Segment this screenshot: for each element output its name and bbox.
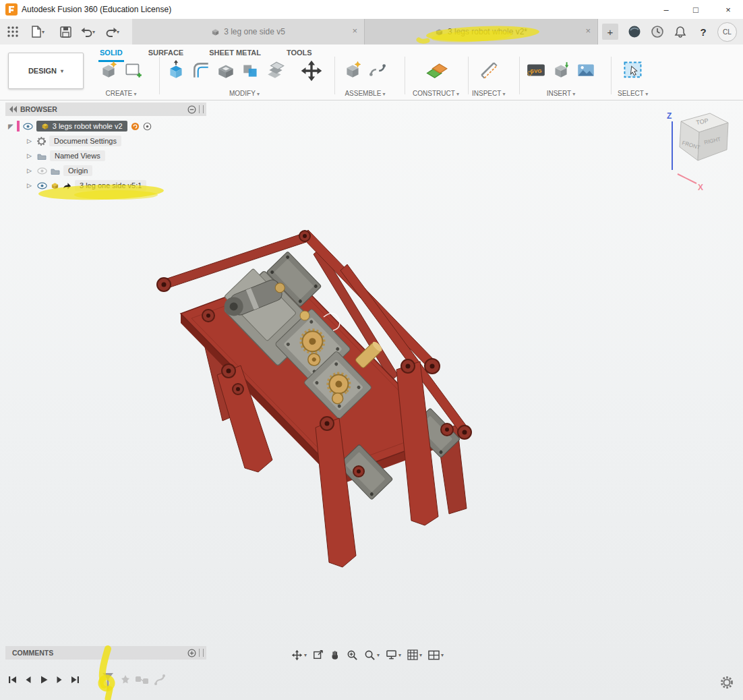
grid-snap-tool[interactable]: ▾ [407, 649, 422, 660]
workspace-selector[interactable]: DESIGN ▾ [8, 53, 84, 89]
measure-icon[interactable] [479, 59, 499, 81]
maximize-button[interactable]: □ [681, 0, 711, 19]
timeline-position-marker[interactable] [101, 672, 115, 692]
visibility-eye-icon[interactable] [23, 123, 33, 130]
undo-caret-icon[interactable]: ▾ [92, 29, 95, 35]
browser-panel-header[interactable]: BROWSER [5, 103, 206, 116]
document-tab-2-close-icon[interactable]: × [585, 26, 591, 36]
close-button[interactable]: × [713, 0, 743, 19]
combine-icon[interactable] [241, 59, 261, 81]
fusion-logo-icon [5, 3, 18, 16]
new-body-icon[interactable] [98, 59, 119, 81]
browser-root-item[interactable]: 3 legs robot whole v2 [36, 121, 127, 132]
visibility-eye-icon[interactable] [37, 182, 47, 189]
viewcube[interactable]: Z X TOP FRONT RIGHT [657, 103, 743, 194]
orbit-tool[interactable]: ▾ [291, 649, 307, 661]
insert-mesh-icon[interactable] [551, 59, 571, 81]
expander-icon[interactable]: ▷ [27, 152, 34, 159]
model-3d[interactable] [94, 216, 512, 607]
browser-tree: ◤ 3 legs robot whole v2 ▷ [5, 119, 206, 193]
insert-svg-icon[interactable]: SVG [526, 59, 546, 81]
hand-icon [330, 649, 340, 661]
group-insert-label[interactable]: INSERT [547, 90, 576, 97]
row-label[interactable]: Origin [63, 165, 92, 176]
step-back-button[interactable] [23, 674, 34, 688]
panel-minimize-icon[interactable] [187, 105, 196, 114]
construct-plane-icon[interactable] [425, 59, 448, 81]
update-badge-icon[interactable] [131, 122, 140, 131]
group-assemble-label[interactable]: ASSEMBLE [345, 90, 385, 97]
timeline-joint-icon[interactable] [154, 674, 166, 686]
panel-grip[interactable] [199, 105, 204, 113]
file-menu-caret-icon[interactable]: ▾ [42, 29, 44, 35]
move-copy-icon[interactable] [300, 59, 323, 82]
minimize-button[interactable]: – [651, 0, 681, 19]
display-settings-tool[interactable]: ▾ [386, 649, 401, 660]
play-button[interactable] [38, 674, 50, 688]
create-sketch-icon[interactable] [123, 59, 144, 81]
browser-filter-icon[interactable]: ◤ [8, 123, 13, 130]
browser-row-document-settings[interactable]: ▷ Document Settings [5, 134, 206, 148]
group-inspect-label[interactable]: INSPECT [472, 90, 506, 97]
step-forward-button[interactable] [54, 674, 65, 688]
offset-plane-icon[interactable] [266, 59, 286, 81]
new-tab-button[interactable]: + [602, 24, 618, 40]
expander-icon[interactable]: ▷ [27, 182, 34, 189]
notifications-bell-icon[interactable] [672, 23, 689, 40]
go-to-end-button[interactable] [69, 674, 81, 688]
look-at-icon [313, 649, 324, 660]
redo-caret-icon[interactable]: ▾ [117, 29, 119, 35]
pan-tool[interactable] [330, 649, 340, 661]
account-avatar[interactable]: CL [717, 22, 737, 42]
press-pull-icon[interactable] [166, 59, 186, 81]
document-tab-1-close-icon[interactable]: × [352, 26, 357, 36]
document-tab-2-active[interactable]: 3 legs robot whole v2* × [365, 19, 598, 45]
timeline-group-icon[interactable] [135, 674, 150, 685]
visibility-eye-off-icon[interactable] [37, 167, 47, 175]
group-construct-label[interactable]: CONSTRUCT [413, 90, 459, 97]
go-to-start-button[interactable] [7, 674, 19, 688]
group-modify-label[interactable]: MODIFY [229, 90, 260, 97]
browser-row-origin[interactable]: ▷ Origin [5, 163, 206, 178]
panel-expand-icon[interactable] [187, 649, 196, 658]
new-component-icon[interactable] [343, 59, 363, 81]
row-label[interactable]: 3 leg one side v5:1 [75, 180, 146, 191]
viewports-tool[interactable]: ▾ [428, 650, 444, 660]
browser-row-component[interactable]: ▷ 3 leg one side v5:1 [5, 178, 206, 193]
row-label[interactable]: Named Views [50, 150, 105, 161]
group-modify: MODIFY [166, 59, 323, 97]
help-icon[interactable]: ? [694, 23, 712, 40]
group-create-label[interactable]: CREATE [105, 90, 136, 97]
fillet-icon[interactable] [191, 59, 211, 81]
collapse-panel-icon[interactable] [9, 106, 18, 113]
workspace-label: DESIGN [28, 67, 57, 75]
file-menu-icon[interactable] [28, 24, 43, 39]
shell-icon[interactable] [216, 59, 236, 81]
expander-icon[interactable]: ▷ [27, 167, 34, 174]
row-label[interactable]: Document Settings [49, 136, 121, 146]
app-grid-icon[interactable] [5, 24, 20, 39]
browser-row-named-views[interactable]: ▷ Named Views [5, 148, 206, 163]
joint-icon[interactable] [367, 59, 388, 81]
expander-icon[interactable]: ▷ [27, 138, 34, 144]
document-tab-1[interactable]: 3 leg one side v5 × [132, 19, 365, 45]
fit-tool[interactable]: ▾ [364, 649, 380, 661]
select-icon[interactable] [622, 59, 644, 81]
insert-canvas-icon[interactable] [576, 59, 596, 81]
history-clock-icon[interactable] [649, 23, 666, 40]
panel-grip[interactable] [199, 649, 204, 657]
timeline-settings-gear-icon[interactable] [720, 676, 734, 689]
zoom-tool[interactable] [347, 649, 358, 661]
zoom-window-icon [364, 649, 376, 661]
browser-root-row[interactable]: ◤ 3 legs robot whole v2 [5, 119, 206, 134]
group-select-label[interactable]: SELECT [618, 90, 648, 97]
job-status-icon[interactable] [626, 23, 643, 40]
zoom-in-icon [347, 649, 358, 661]
look-at-tool[interactable] [313, 649, 324, 660]
activate-component-radio-icon[interactable] [143, 122, 152, 131]
save-icon[interactable] [58, 24, 73, 39]
display-settings-icon [386, 649, 397, 660]
comments-panel-header[interactable]: COMMENTS [5, 646, 206, 660]
timeline-pin-icon[interactable] [120, 674, 131, 687]
titlebar: Autodesk Fusion 360 (Education License) … [0, 0, 743, 20]
